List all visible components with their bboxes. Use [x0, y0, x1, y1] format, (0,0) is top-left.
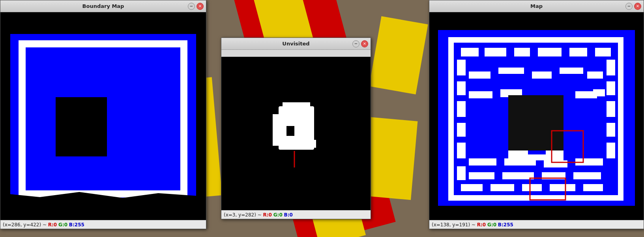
svg-rect-46: [560, 68, 583, 74]
svg-rect-13: [290, 140, 316, 148]
svg-rect-8: [196, 12, 206, 220]
svg-rect-14: [283, 102, 310, 114]
unvisited-g: G:0: [273, 212, 283, 218]
unvisited-coords: (x=3, y=282) ~: [224, 212, 262, 218]
unvisited-b: B:0: [284, 212, 293, 218]
boundary-map-title: Boundary Map: [82, 3, 124, 9]
svg-rect-38: [461, 184, 483, 191]
svg-rect-51: [593, 89, 605, 96]
unvisited-minimize[interactable]: −: [352, 40, 359, 47]
svg-rect-31: [457, 143, 466, 158]
map-window: Map − ✕: [429, 0, 644, 229]
map-statusbar: (x=138, y=191) ~ R:0 G:0 B:255: [429, 220, 644, 229]
svg-rect-47: [587, 71, 603, 79]
svg-rect-15: [286, 126, 294, 136]
map-svg: [429, 12, 644, 220]
boundary-map-minimize[interactable]: −: [188, 3, 195, 10]
svg-rect-33: [607, 60, 615, 75]
boundary-map-statusbar: (x=286, y=422) ~ R:0 G:0 B:255: [0, 220, 206, 229]
svg-rect-41: [550, 184, 575, 191]
boundary-map-svg: [0, 12, 206, 220]
svg-rect-67: [429, 12, 644, 30]
svg-rect-59: [573, 172, 601, 179]
svg-rect-40: [522, 184, 542, 191]
svg-rect-35: [607, 101, 615, 117]
svg-rect-32: [457, 166, 466, 180]
map-controls: − ✕: [625, 3, 641, 10]
map-content: [429, 12, 644, 220]
unvisited-close[interactable]: ✕: [361, 40, 368, 47]
svg-rect-26: [595, 48, 611, 56]
unvisited-title: Unvisited: [282, 41, 309, 47]
svg-rect-5: [0, 12, 206, 34]
svg-rect-29: [457, 101, 466, 117]
boundary-map-window: Boundary Map − ✕ (x=286, y=422) ~: [0, 0, 206, 229]
svg-rect-22: [485, 48, 506, 56]
unvisited-controls: − ✕: [352, 40, 368, 47]
map-close[interactable]: ✕: [634, 3, 641, 10]
svg-rect-69: [429, 12, 438, 220]
svg-rect-34: [607, 81, 615, 95]
boundary-map-controls: − ✕: [188, 3, 204, 10]
unvisited-window: Unvisited − ✕ (x=3, y=282) ~ R:0 G:0: [221, 38, 371, 219]
svg-rect-54: [544, 160, 567, 167]
boundary-map-r: R:0: [48, 222, 57, 228]
boundary-map-close[interactable]: ✕: [197, 3, 204, 10]
boundary-map-b: B:255: [69, 222, 84, 228]
svg-rect-30: [457, 123, 466, 137]
boundary-map-coords: (x=286, y=422) ~: [3, 222, 47, 228]
svg-rect-37: [607, 143, 615, 158]
svg-rect-24: [538, 48, 562, 56]
svg-rect-4: [56, 97, 107, 156]
boundary-map-content: [0, 12, 206, 220]
svg-rect-48: [469, 91, 492, 98]
svg-rect-21: [461, 48, 479, 56]
map-minimize[interactable]: −: [625, 3, 633, 10]
unvisited-titlebar[interactable]: Unvisited − ✕: [221, 38, 371, 50]
svg-rect-64: [546, 150, 564, 158]
svg-rect-36: [607, 123, 615, 137]
svg-rect-39: [490, 184, 514, 191]
svg-rect-52: [469, 158, 496, 166]
map-title: Map: [530, 3, 543, 9]
svg-rect-57: [502, 172, 534, 179]
map-r: R:0: [477, 222, 486, 228]
svg-rect-70: [635, 12, 644, 220]
unvisited-svg: [221, 57, 371, 210]
svg-rect-43: [469, 71, 490, 79]
svg-rect-25: [569, 48, 587, 56]
svg-rect-23: [514, 48, 530, 56]
boundary-map-titlebar[interactable]: Boundary Map − ✕: [0, 0, 206, 12]
svg-rect-42: [583, 184, 603, 191]
unvisited-statusbar: (x=3, y=282) ~ R:0 G:0 B:0: [221, 210, 371, 219]
svg-rect-56: [469, 172, 494, 179]
svg-rect-28: [457, 81, 466, 95]
unvisited-content: [221, 57, 371, 210]
svg-rect-61: [508, 95, 564, 150]
map-titlebar[interactable]: Map − ✕: [429, 0, 644, 12]
boundary-map-g: G:0: [58, 222, 67, 228]
map-b: B:255: [498, 222, 513, 228]
svg-rect-44: [498, 68, 524, 74]
unvisited-r: R:0: [263, 212, 272, 218]
svg-rect-27: [457, 60, 466, 75]
svg-rect-45: [532, 71, 552, 79]
svg-rect-68: [429, 206, 644, 220]
unvisited-subbar: [221, 50, 371, 57]
map-g: G:0: [487, 222, 496, 228]
svg-rect-7: [0, 12, 10, 220]
svg-rect-63: [508, 150, 528, 158]
map-coords: (x=138, y=191) ~: [432, 222, 476, 228]
svg-rect-12: [273, 114, 285, 146]
